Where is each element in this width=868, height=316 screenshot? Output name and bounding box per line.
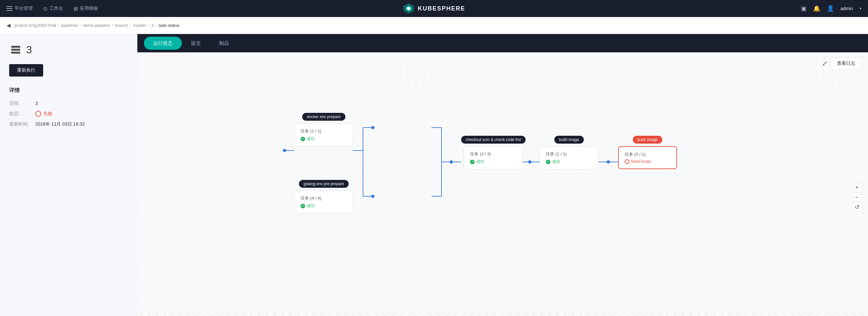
stage4-wrapper: build image 任务 (1 / 1) ✓ 成功 (540, 136, 598, 169)
bc-pipeline[interactable]: demo-pipeline (83, 23, 110, 28)
tab-commit[interactable]: 提交 (182, 34, 210, 52)
workbench-label: 工作台 (50, 6, 63, 11)
expand-button[interactable]: ⤢ (822, 60, 828, 67)
tab-running[interactable]: 运行状态 (144, 37, 182, 50)
stage5-error-dot (625, 159, 629, 164)
grid-icon: ⊞ (73, 6, 78, 12)
activity-value: 3 (35, 100, 128, 106)
status-fail-icon (35, 111, 41, 117)
bc-run[interactable]: 3 (151, 23, 154, 28)
notification-icon[interactable]: 🔔 (813, 5, 820, 12)
tabs-bar: 运行状态 提交 制品 (137, 34, 868, 52)
tab-artifact-label: 制品 (219, 40, 229, 46)
content-area: 运行状态 提交 制品 ⤢ 查看日志 + − ↺ (137, 34, 868, 316)
bc-master[interactable]: master (133, 23, 146, 28)
stage1-wrapper: docker env prepare 任务 (1 / 1) ✓ 成功 (294, 113, 353, 147)
stage5-task-name: 任务 (0 / 1) (625, 152, 671, 157)
stage5-error-text: Shell Script (631, 159, 651, 164)
stage3-task-status: ✓ 成功 (470, 159, 517, 164)
stage1-success-text: 成功 (307, 136, 315, 141)
bc-project[interactable]: project-2r5gJN9Z7rnB (14, 23, 56, 28)
bc-sep2: / (80, 23, 82, 28)
zoom-reset-button[interactable]: ↺ (852, 202, 862, 212)
bc-sep4: / (130, 23, 131, 28)
sidebar-header: 3 (9, 43, 128, 56)
bc-sep1: / (58, 23, 60, 28)
detail-grid: 活动: 3 状态: 失败 更新时间: 2018年 11月 03日 16:32 (9, 100, 128, 127)
svg-point-7 (283, 149, 286, 152)
stage4-task-name: 任务 (1 / 1) (546, 151, 592, 157)
bc-sep6: / (156, 23, 157, 28)
stage2-wrapper: golang env pre prepare 任务 (4 / 4) ✓ 成功 (294, 180, 353, 214)
stage2-node[interactable]: 任务 (4 / 4) ✓ 成功 (294, 190, 353, 214)
workbench-icon: ⊙ (43, 6, 48, 12)
bc-current: task-status (159, 23, 179, 28)
stage4-label: build image (554, 136, 584, 144)
update-label: 更新时间: (9, 121, 29, 127)
bc-sep5: / (148, 23, 150, 28)
stage1-success-dot: ✓ (301, 137, 305, 141)
main-layout: 3 重新执行 详情 活动: 3 状态: 失败 更新时间: 2018年 11月 0… (0, 34, 868, 316)
stage1-node[interactable]: 任务 (1 / 1) ✓ 成功 (294, 123, 353, 147)
svg-rect-6 (11, 52, 20, 54)
tab-running-label: 运行状态 (153, 40, 173, 46)
logo: KUBESPHERE (403, 3, 465, 14)
svg-point-25 (607, 160, 610, 164)
theme-icon[interactable]: ▣ (801, 5, 807, 12)
nav-right: ▣ 🔔 👤 admin ▾ (801, 5, 862, 12)
zoom-out-button[interactable]: − (852, 193, 862, 202)
logo-text: KUBESPHERE (417, 5, 465, 12)
stage3-success-dot: ✓ (470, 160, 474, 164)
pipeline-toolbar: ⤢ 查看日志 (822, 58, 862, 69)
platform-label: 平台管理 (14, 6, 33, 11)
bc-sep3: / (112, 23, 113, 28)
back-button[interactable]: ◀ (6, 22, 10, 28)
stage1-label: docker env prepare (302, 113, 345, 121)
zoom-controls: + − ↺ (852, 183, 862, 212)
nav-workbench[interactable]: ⊙ 工作台 (43, 6, 63, 12)
run-number: 3 (26, 44, 32, 56)
top-navigation: 平台管理 ⊙ 工作台 ⊞ 应用模板 KUBESPHERE ▣ 🔔 👤 admin… (0, 0, 868, 17)
stage3-label: checkout scm & check code fmt (461, 136, 526, 144)
tab-commit-label: 提交 (191, 40, 201, 46)
status-label: 状态: (9, 111, 29, 117)
view-log-button[interactable]: 查看日志 (831, 58, 862, 69)
stage3-success-text: 成功 (476, 159, 484, 164)
stage2-success-text: 成功 (307, 203, 315, 209)
tab-artifact[interactable]: 制品 (210, 34, 238, 52)
stage2-task-status: ✓ 成功 (301, 203, 347, 209)
stage3-node[interactable]: 任务 (3 / 3) ✓ 成功 (464, 146, 523, 169)
stage2-label: golang env pre prepare (299, 180, 349, 188)
rerun-button[interactable]: 重新执行 (9, 64, 43, 76)
breadcrumb-bar: ◀ project-2r5gJN9Z7rnB / pipelines / dem… (0, 17, 868, 34)
stage2-task-name: 任务 (4 / 4) (301, 195, 347, 201)
stage5-wrapper: push image 任务 (0 / 1) Shell Script (618, 136, 677, 169)
stage1-task-name: 任务 (1 / 1) (301, 128, 347, 134)
bc-branch[interactable]: branch (115, 23, 128, 28)
nav-apptemplate[interactable]: ⊞ 应用模板 (73, 6, 98, 12)
stage2-success-dot: ✓ (301, 204, 305, 209)
svg-rect-5 (11, 49, 20, 51)
breadcrumb: project-2r5gJN9Z7rnB / pipelines / demo-… (14, 23, 179, 28)
ks-logo-icon (403, 3, 414, 14)
svg-rect-4 (11, 46, 20, 48)
nav-platform[interactable]: 平台管理 (6, 6, 33, 11)
admin-label[interactable]: admin (840, 6, 853, 11)
status-fail-text: 失败 (43, 111, 52, 117)
stage5-node[interactable]: 任务 (0 / 1) Shell Script (618, 146, 677, 169)
svg-point-22 (528, 160, 531, 164)
zoom-in-button[interactable]: + (852, 183, 862, 192)
bc-pipelines[interactable]: pipelines (61, 23, 78, 28)
stage4-success-dot: ✓ (546, 160, 551, 164)
user-icon[interactable]: 👤 (827, 5, 834, 12)
sidebar: 3 重新执行 详情 活动: 3 状态: 失败 更新时间: 2018年 11月 0… (0, 34, 137, 316)
pipeline-connectors (137, 52, 868, 316)
update-value: 2018年 11月 03日 16:32 (35, 121, 128, 127)
svg-point-19 (450, 160, 453, 164)
svg-point-13 (371, 126, 374, 129)
apptemplate-label: 应用模板 (80, 6, 98, 11)
pipeline-canvas: ⤢ 查看日志 + − ↺ (137, 52, 868, 316)
stage5-label: push image (633, 136, 662, 144)
stage4-node[interactable]: 任务 (1 / 1) ✓ 成功 (540, 146, 598, 169)
stage3-task-name: 任务 (3 / 3) (470, 151, 517, 157)
